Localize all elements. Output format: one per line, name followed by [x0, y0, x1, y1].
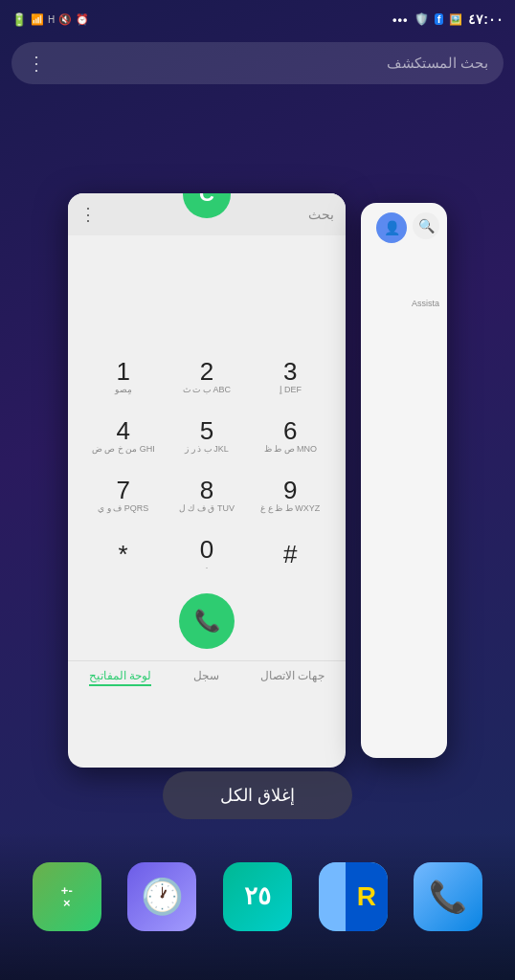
- card-menu-icon[interactable]: ⋮: [79, 204, 99, 225]
- dial-key-0[interactable]: 0 ·: [167, 526, 246, 582]
- files-inner: R: [346, 862, 387, 931]
- assistant-label: Assista: [412, 299, 439, 308]
- dial-key-5[interactable]: 5 JKL ب ذ ر ز: [167, 408, 246, 463]
- dial-key-7[interactable]: 7 PQRS ف و ي: [83, 467, 163, 523]
- network-type: H: [48, 14, 55, 25]
- clock-icon: 🕐: [141, 877, 184, 917]
- dock-phone[interactable]: 📞: [414, 862, 482, 931]
- second-card-content: 👤 🔍 Assista: [361, 203, 447, 318]
- shield-icon: 🛡️: [414, 12, 429, 26]
- status-bar-right: ••• 🛡️ f 🖼️ ٤٧:٠٠: [392, 11, 504, 27]
- dock-clock[interactable]: 🕐: [127, 862, 196, 931]
- close-all-button[interactable]: إغلاق الكل: [163, 771, 352, 819]
- alarm-icon: ⏰: [76, 13, 89, 26]
- recent-apps-area: C ⋮ بحث 1 مِصو 2 ABC ب ت ث 3: [0, 105, 515, 827]
- dock-calendar[interactable]: ٢٥: [223, 862, 292, 931]
- dial-key-hash[interactable]: #: [251, 526, 330, 582]
- dial-key-4[interactable]: 4 GHI من خ ص ض: [83, 408, 163, 463]
- dock-files[interactable]: R: [319, 862, 388, 931]
- files-letter: R: [357, 881, 376, 912]
- dialpad-display: [83, 264, 330, 341]
- phone-app-card[interactable]: C ⋮ بحث 1 مِصو 2 ABC ب ت ث 3: [68, 193, 346, 768]
- phone-icon: 📞: [194, 609, 220, 634]
- search-placeholder: بحث المستكشف: [387, 55, 488, 72]
- card-search-label: بحث: [308, 207, 334, 222]
- signal-bars: 📶: [31, 13, 44, 26]
- files-content: R: [319, 862, 388, 931]
- second-app-card[interactable]: 👤 🔍 Assista: [361, 203, 447, 758]
- dialpad-area: 1 مِصو 2 ABC ب ت ث 3 DEF اٍ 4 GHI من خ ص…: [68, 255, 346, 660]
- dial-key-1[interactable]: 1 مِصو: [83, 348, 163, 404]
- battery-icon: 🔋: [11, 12, 27, 27]
- dial-key-6[interactable]: 6 MNO ص ط ظ: [251, 408, 330, 463]
- clock-status: ٤٧:٠٠: [468, 11, 504, 27]
- phone-dock-icon: 📞: [429, 879, 467, 915]
- mute-icon: 🔇: [58, 13, 72, 26]
- search-bar[interactable]: ⋮ بحث المستكشف: [11, 42, 504, 84]
- mini-search-icon: 🔍: [413, 212, 439, 239]
- dock-calculator[interactable]: +- ×: [33, 862, 101, 931]
- tab-recent[interactable]: سجل: [193, 669, 219, 686]
- status-dots: •••: [392, 12, 409, 27]
- dial-key-star[interactable]: *: [83, 526, 163, 582]
- gallery-icon: 🖼️: [449, 13, 462, 26]
- bottom-dock: +- × 🕐 ٢٥ R 📞: [0, 832, 515, 980]
- avatar-icon: 👤: [376, 212, 407, 243]
- tab-dialpad[interactable]: لوحة المفاتيح: [89, 669, 151, 686]
- call-button[interactable]: 📞: [179, 593, 235, 649]
- dial-key-2[interactable]: 2 ABC ب ت ث: [167, 348, 246, 404]
- dial-key-3[interactable]: 3 DEF اٍ: [251, 348, 330, 404]
- status-bar-left: 🔋 📶 H 🔇 ⏰: [11, 12, 89, 27]
- facebook-icon: f: [435, 13, 444, 25]
- dial-key-8[interactable]: 8 TUV ق ف ك ل: [167, 467, 246, 523]
- three-dots-icon: ⋮: [27, 52, 46, 75]
- tab-contacts[interactable]: جهات الاتصال: [260, 669, 325, 686]
- dial-key-9[interactable]: 9 WXYZ ط ظ ع غ: [251, 467, 330, 523]
- card-tabs: لوحة المفاتيح سجل جهات الاتصال: [68, 660, 346, 696]
- dialpad-grid: 1 مِصو 2 ABC ب ت ث 3 DEF اٍ 4 GHI من خ ص…: [83, 348, 330, 582]
- calendar-date: ٢٥: [244, 881, 271, 911]
- status-bar: 🔋 📶 H 🔇 ⏰ ••• 🛡️ f 🖼️ ٤٧:٠٠: [0, 0, 515, 38]
